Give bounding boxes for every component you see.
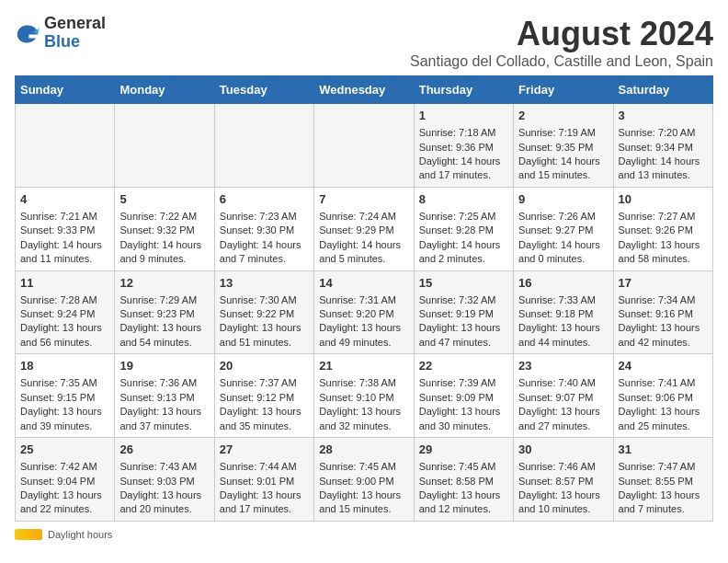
day-number: 1 xyxy=(419,108,508,124)
day-info: Daylight: 14 hours and 2 minutes. xyxy=(419,238,508,267)
day-info: Daylight: 13 hours and 20 minutes. xyxy=(119,488,209,517)
subtitle: Santiago del Collado, Castille and Leon,… xyxy=(410,53,713,70)
day-number: 13 xyxy=(220,275,309,292)
day-info: Sunrise: 7:18 AM xyxy=(419,126,508,140)
day-info: Sunrise: 7:29 AM xyxy=(119,293,209,307)
day-info: Sunrise: 7:20 AM xyxy=(619,126,708,140)
day-info: Daylight: 13 hours and 30 minutes. xyxy=(419,405,508,433)
footer: Daylight hours xyxy=(15,529,713,540)
title-section: August 2024 Santiago del Collado, Castil… xyxy=(410,15,713,70)
day-info: Sunrise: 7:24 AM xyxy=(319,210,408,224)
day-info: Sunset: 9:26 PM xyxy=(619,224,708,237)
calendar-cell: 28Sunrise: 7:45 AMSunset: 9:00 PMDayligh… xyxy=(314,438,414,522)
day-info: Sunrise: 7:27 AM xyxy=(619,210,708,224)
calendar-cell: 27Sunrise: 7:44 AMSunset: 9:01 PMDayligh… xyxy=(214,438,313,522)
day-info: Daylight: 14 hours and 9 minutes. xyxy=(119,238,209,267)
day-info: Sunset: 9:32 PM xyxy=(119,224,209,237)
col-monday: Monday xyxy=(115,76,214,104)
day-info: Sunrise: 7:33 AM xyxy=(518,293,608,307)
day-info: Sunset: 9:07 PM xyxy=(518,391,608,405)
day-info: Sunset: 9:00 PM xyxy=(319,475,408,488)
calendar-cell: 18Sunrise: 7:35 AMSunset: 9:15 PMDayligh… xyxy=(16,354,115,438)
day-number: 23 xyxy=(518,358,608,374)
day-number: 8 xyxy=(419,191,508,208)
day-number: 17 xyxy=(619,275,708,292)
day-info: Sunrise: 7:28 AM xyxy=(20,293,109,307)
day-info: Sunrise: 7:43 AM xyxy=(119,460,209,474)
col-thursday: Thursday xyxy=(414,76,513,104)
day-number: 22 xyxy=(419,358,508,374)
day-info: Sunrise: 7:26 AM xyxy=(518,210,608,224)
day-info: Sunset: 9:33 PM xyxy=(20,224,109,237)
day-info: Sunset: 9:27 PM xyxy=(518,224,608,237)
day-info: Daylight: 13 hours and 37 minutes. xyxy=(119,405,209,433)
day-info: Daylight: 13 hours and 7 minutes. xyxy=(619,488,708,517)
day-info: Daylight: 13 hours and 32 minutes. xyxy=(319,405,408,433)
calendar-cell: 29Sunrise: 7:45 AMSunset: 8:58 PMDayligh… xyxy=(414,438,513,522)
day-info: Sunrise: 7:47 AM xyxy=(619,460,708,474)
logo-text: General Blue xyxy=(44,15,106,52)
day-number: 20 xyxy=(220,358,309,374)
day-info: Daylight: 13 hours and 35 minutes. xyxy=(220,405,309,433)
day-info: Sunset: 9:34 PM xyxy=(619,141,708,155)
day-info: Sunset: 9:16 PM xyxy=(619,307,708,321)
day-info: Sunset: 9:23 PM xyxy=(119,307,209,321)
col-wednesday: Wednesday xyxy=(314,76,414,104)
day-info: Sunset: 9:28 PM xyxy=(419,224,508,237)
day-info: Sunset: 9:36 PM xyxy=(419,141,508,155)
col-friday: Friday xyxy=(514,76,613,104)
calendar-cell: 1Sunrise: 7:18 AMSunset: 9:36 PMDaylight… xyxy=(414,104,513,188)
day-info: Sunrise: 7:19 AM xyxy=(518,126,608,140)
calendar-cell: 23Sunrise: 7:40 AMSunset: 9:07 PMDayligh… xyxy=(514,354,613,438)
day-info: Daylight: 14 hours and 5 minutes. xyxy=(319,238,408,267)
calendar-cell: 11Sunrise: 7:28 AMSunset: 9:24 PMDayligh… xyxy=(16,270,115,354)
col-sunday: Sunday xyxy=(16,76,115,104)
day-info: Sunset: 9:30 PM xyxy=(220,224,309,237)
day-info: Sunrise: 7:31 AM xyxy=(319,293,408,307)
calendar-table: Sunday Monday Tuesday Wednesday Thursday… xyxy=(15,75,713,522)
daylight-bar-icon xyxy=(15,529,42,540)
day-number: 6 xyxy=(220,191,309,208)
day-info: Sunset: 9:20 PM xyxy=(319,307,408,321)
calendar-week-3: 11Sunrise: 7:28 AMSunset: 9:24 PMDayligh… xyxy=(16,270,713,354)
day-info: Sunrise: 7:45 AM xyxy=(319,460,408,474)
day-info: Daylight: 13 hours and 54 minutes. xyxy=(119,321,209,350)
calendar-cell xyxy=(115,104,214,188)
col-saturday: Saturday xyxy=(613,76,712,104)
calendar-cell: 13Sunrise: 7:30 AMSunset: 9:22 PMDayligh… xyxy=(214,270,313,354)
col-tuesday: Tuesday xyxy=(214,76,313,104)
day-info: Daylight: 13 hours and 47 minutes. xyxy=(419,321,508,350)
calendar-cell: 9Sunrise: 7:26 AMSunset: 9:27 PMDaylight… xyxy=(514,187,613,270)
calendar-cell: 5Sunrise: 7:22 AMSunset: 9:32 PMDaylight… xyxy=(115,187,214,270)
day-number: 25 xyxy=(20,442,109,458)
day-info: Sunrise: 7:38 AM xyxy=(319,376,408,390)
day-info: Daylight: 14 hours and 7 minutes. xyxy=(220,238,309,267)
header-row: Sunday Monday Tuesday Wednesday Thursday… xyxy=(16,76,713,104)
day-info: Daylight: 13 hours and 42 minutes. xyxy=(619,321,708,350)
day-info: Daylight: 14 hours and 11 minutes. xyxy=(20,238,109,267)
logo: General Blue xyxy=(15,15,106,52)
calendar-cell: 31Sunrise: 7:47 AMSunset: 8:55 PMDayligh… xyxy=(613,438,712,522)
calendar-week-5: 25Sunrise: 7:42 AMSunset: 9:04 PMDayligh… xyxy=(16,438,713,522)
day-number: 9 xyxy=(518,191,608,208)
day-number: 19 xyxy=(119,358,209,374)
day-number: 4 xyxy=(20,191,109,208)
day-info: Daylight: 13 hours and 10 minutes. xyxy=(518,488,608,517)
day-info: Sunrise: 7:21 AM xyxy=(20,210,109,224)
day-info: Sunrise: 7:45 AM xyxy=(419,460,508,474)
day-info: Sunrise: 7:22 AM xyxy=(119,210,209,224)
day-info: Sunset: 9:35 PM xyxy=(518,141,608,155)
calendar-cell: 16Sunrise: 7:33 AMSunset: 9:18 PMDayligh… xyxy=(514,270,613,354)
day-info: Sunrise: 7:41 AM xyxy=(619,376,708,390)
day-info: Daylight: 13 hours and 27 minutes. xyxy=(518,405,608,433)
logo-general: General xyxy=(44,15,106,33)
day-info: Daylight: 14 hours and 0 minutes. xyxy=(518,238,608,267)
day-number: 21 xyxy=(319,358,408,374)
day-info: Daylight: 14 hours and 17 minutes. xyxy=(419,155,508,183)
day-info: Sunset: 8:57 PM xyxy=(518,475,608,488)
day-number: 14 xyxy=(319,275,408,292)
day-info: Sunset: 9:19 PM xyxy=(419,307,508,321)
day-number: 16 xyxy=(518,275,608,292)
day-info: Sunrise: 7:25 AM xyxy=(419,210,508,224)
calendar-cell: 3Sunrise: 7:20 AMSunset: 9:34 PMDaylight… xyxy=(613,104,712,188)
